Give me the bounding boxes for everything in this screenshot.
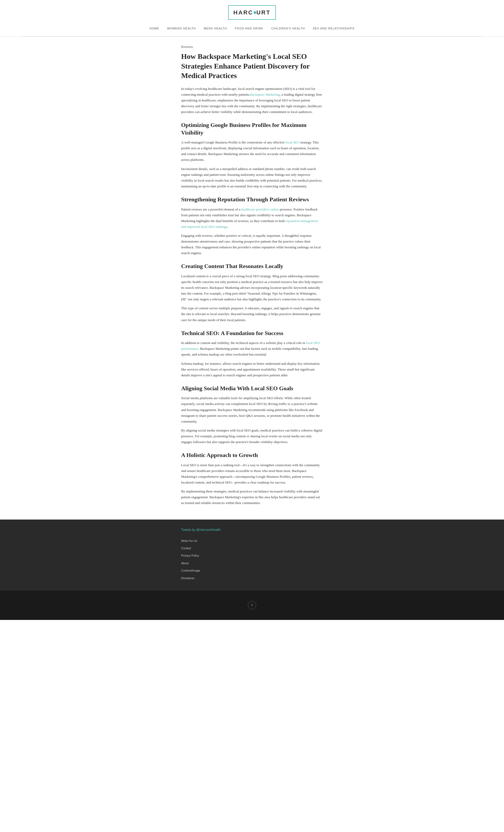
- main-nav: HOME WOMENS HEALTH MENS HEALTH FOOD AND …: [0, 24, 504, 34]
- section-title-5: Aligning Social Media With Local SEO Goa…: [181, 385, 323, 392]
- section-title-3: Creating Content That Resonates Locally: [181, 262, 323, 270]
- section-title-6: A Holistic Approach to Growth: [181, 451, 323, 459]
- nav-home[interactable]: HOME: [150, 26, 159, 31]
- section-4-p2: Schema markup, for instance, allows sear…: [181, 361, 323, 378]
- logo-text: HARCURT: [233, 9, 271, 16]
- section-3-p2: This type of content serves multiple pur…: [181, 305, 323, 323]
- section-6-p1: Local SEO is more than just a ranking to…: [181, 462, 323, 485]
- reputation-link[interactable]: reputation management and improved local…: [181, 219, 318, 229]
- site-footer: Tweets by @HarcourtHealth Write For Us C…: [0, 520, 504, 620]
- section-title-4: Technical SEO: A Foundation for Success: [181, 330, 323, 337]
- section-5-p2: By aligning social media strategies with…: [181, 427, 323, 445]
- tweets-label: Tweets by @HarcourtHealth: [181, 527, 323, 532]
- healthcare-provider-link[interactable]: healthcare provider's online: [241, 207, 279, 211]
- footer-link-item: Disclaimer: [181, 575, 323, 581]
- section-1-p1: A well-managed Google Business Profile i…: [181, 139, 323, 163]
- nav-sex-relationships[interactable]: SEX AND RELATIONSHIPS: [313, 26, 354, 31]
- section-title-1: Optimizing Google Business Profiles for …: [181, 122, 323, 136]
- local-seo-performance-link[interactable]: local SEO performance: [181, 341, 320, 350]
- nav-mens-health[interactable]: MENS HEALTH: [204, 26, 227, 31]
- section-6-p2: By implementing these strategies, medica…: [181, 489, 323, 506]
- footer-contact[interactable]: Contact: [181, 547, 191, 550]
- footer-links: Write For Us Contact Privacy Policy Abou…: [181, 538, 323, 581]
- section-2-p2: Engaging with reviews, whether positive …: [181, 233, 323, 256]
- article-title: How Backspace Marketing's Local SEO Stra…: [181, 52, 323, 80]
- section-title-2: Strengthening Reputation Through Patient…: [181, 196, 323, 203]
- section-1-p2: Inconsistent details, such as a misspell…: [181, 166, 323, 189]
- nav-childrens-health[interactable]: CHILDREN'S HEALTH: [271, 26, 305, 31]
- backspace-marketing-link[interactable]: Backspace Marketing: [250, 93, 280, 97]
- footer-link-item: Write For Us: [181, 538, 323, 544]
- main-content: Business How Backspace Marketing's Local…: [0, 37, 504, 520]
- footer-link-item: Privacy Policy: [181, 553, 323, 558]
- section-3-p1: Localized content is a crucial piece of …: [181, 273, 323, 302]
- nav-womens-health[interactable]: WOMENS HEALTH: [167, 26, 196, 31]
- footer-link-item: Content/Image: [181, 568, 323, 573]
- logo[interactable]: HARCURT: [228, 5, 276, 20]
- intro-paragraph: In today's evolving healthcare landscape…: [181, 86, 323, 115]
- section-4-p1: In addition to content and visibility, t…: [181, 340, 323, 357]
- article-category: Business: [181, 45, 323, 49]
- section-2-p1: Patient reviews are a powerful element o…: [181, 207, 323, 230]
- footer-content-image[interactable]: Content/Image: [181, 569, 200, 572]
- footer-disclaimer[interactable]: Disclaimer: [181, 577, 195, 580]
- footer-bottom: ⇧: [0, 591, 504, 620]
- site-header: HARCURT HOME WOMENS HEALTH MENS HEALTH F…: [0, 0, 504, 37]
- nav-food-drink[interactable]: FOOD AND DRINK: [235, 26, 263, 31]
- local-seo-link-1[interactable]: local SEO: [286, 140, 300, 144]
- footer-link-item: Contact: [181, 545, 323, 551]
- section-5-p1: Social media platforms are valuable tool…: [181, 395, 323, 424]
- logo-dot-icon: [254, 11, 256, 14]
- footer-write-for-us[interactable]: Write For Us: [181, 539, 197, 542]
- footer-link-item: About: [181, 560, 323, 566]
- footer-about[interactable]: About: [181, 562, 189, 565]
- scroll-to-top-button[interactable]: ⇧: [248, 601, 256, 609]
- footer-privacy-policy[interactable]: Privacy Policy: [181, 554, 199, 557]
